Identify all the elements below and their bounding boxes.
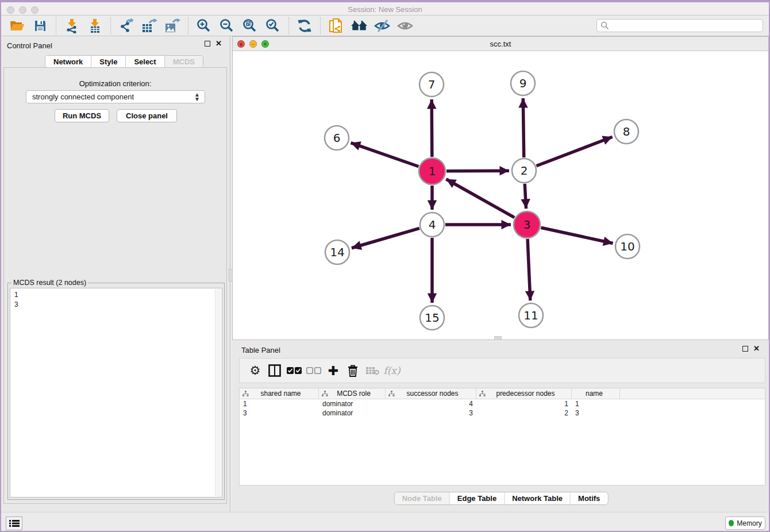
graph-node-15[interactable]: 15 (420, 306, 444, 330)
cell-predecessor-nodes: 1 (476, 399, 572, 408)
zoom-fit-icon (242, 18, 257, 33)
run-mcds-button[interactable]: Run MCDS (55, 109, 109, 122)
column-type-icon (242, 391, 249, 397)
graph-node-11[interactable]: 11 (519, 303, 543, 327)
zoom-out-button[interactable] (218, 17, 236, 34)
zoom-selected-button[interactable] (264, 17, 282, 34)
import-table-icon (88, 18, 102, 33)
export-table-button[interactable] (141, 17, 158, 34)
column-header-predecessor-nodes[interactable]: predecessor nodes (476, 388, 572, 399)
delete-column-button[interactable] (343, 361, 363, 380)
graph-node-label: 1 (429, 164, 436, 178)
toolbar-separator (320, 17, 321, 34)
merge-networks-button[interactable] (351, 17, 368, 34)
search-field[interactable] (596, 19, 763, 32)
network-window-titlebar[interactable]: x − + scc.txt (233, 37, 768, 51)
network-canvas[interactable]: 7968124314101511 (233, 51, 768, 340)
zoom-fit-button[interactable] (241, 17, 259, 34)
import-network-button[interactable] (63, 17, 80, 34)
graph-node-label: 11 (523, 309, 538, 322)
graph-node-label: 8 (623, 125, 630, 138)
tab-network[interactable]: Network (45, 56, 91, 67)
select-all-columns-button[interactable] (284, 361, 304, 380)
panel-divider-grip-horizontal[interactable] (494, 336, 502, 340)
graph-edge-1-2[interactable] (446, 171, 509, 171)
save-session-button[interactable] (32, 17, 49, 34)
graph-node-1[interactable]: 1 (419, 158, 445, 184)
tab-mcds[interactable]: MCDS (165, 56, 203, 67)
table-panel: Table Panel ✕ ⚙ ✚ f(x) shared name (232, 342, 770, 512)
table-row[interactable]: 1 dominator 4 1 1 (240, 399, 765, 408)
graph-edge-3-11[interactable] (528, 239, 530, 300)
graph-node-4[interactable]: 4 (420, 213, 444, 237)
graph-node-3[interactable]: 3 (514, 211, 540, 238)
graph-edge-2-3[interactable] (525, 184, 526, 209)
graph-edge-4-14[interactable] (352, 228, 419, 248)
close-table-panel-button[interactable]: ✕ (753, 346, 760, 352)
tab-edge-table[interactable]: Edge Table (450, 492, 505, 504)
table-row[interactable]: 3 dominator 3 2 3 (240, 408, 765, 418)
import-table-button[interactable] (86, 17, 103, 34)
control-panel-title: Control Panel (7, 41, 52, 50)
table-settings-button[interactable]: ⚙ (245, 361, 265, 380)
graph-edge-3-1[interactable] (446, 179, 514, 218)
column-type-icon (479, 391, 486, 397)
graph-edge-2-8[interactable] (536, 137, 612, 166)
deselect-all-columns-button[interactable] (304, 361, 324, 380)
result-scrollbar[interactable] (215, 289, 221, 496)
table-tabs-strip: Node Table Edge Table Network Table Moti… (232, 490, 770, 507)
save-icon (34, 20, 47, 32)
column-header-successor-nodes[interactable]: successor nodes (386, 388, 476, 399)
export-network-button[interactable] (118, 17, 135, 34)
graph-node-14[interactable]: 14 (325, 240, 349, 264)
zoom-in-button[interactable] (195, 17, 213, 34)
column-type-icon (322, 391, 328, 397)
memory-button[interactable]: Memory (725, 516, 765, 530)
tab-node-table[interactable]: Node Table (395, 492, 450, 504)
add-column-button[interactable]: ✚ (324, 361, 343, 380)
apply-layout-button[interactable] (296, 17, 313, 34)
graph-node-6[interactable]: 6 (325, 126, 349, 150)
column-header-name[interactable]: name (572, 388, 620, 399)
column-header-mcds-role[interactable]: MCDS role (319, 388, 386, 399)
column-header-shared-name[interactable]: shared name (240, 388, 319, 399)
cell-name: 3 (572, 408, 620, 418)
cell-shared-name: 3 (240, 408, 319, 418)
optimization-criterion-select[interactable]: strongly connected component ▲▼ (26, 90, 205, 103)
tab-style[interactable]: Style (91, 56, 126, 67)
close-panel-button[interactable]: Close panel (117, 109, 177, 122)
function-builder-button[interactable]: f(x) (382, 361, 402, 380)
mcds-result-box[interactable]: 1 3 (10, 288, 222, 498)
result-line: 1 (14, 290, 222, 300)
tab-network-table[interactable]: Network Table (505, 492, 571, 504)
panel-divider-grip-vertical[interactable] (229, 269, 233, 282)
main-titlebar: Session: New Session (0, 2, 770, 16)
column-type-icon (388, 391, 395, 397)
graph-node-8[interactable]: 8 (614, 119, 638, 144)
split-columns-button[interactable] (265, 361, 284, 380)
search-input[interactable] (609, 20, 763, 31)
float-panel-button[interactable] (205, 41, 210, 47)
graph-node-9[interactable]: 9 (511, 71, 535, 95)
close-panel-icon-button[interactable]: ✕ (215, 41, 222, 47)
graph-edge-1-7[interactable] (432, 99, 432, 157)
graph-edge-3-10[interactable] (541, 228, 613, 243)
show-all-button[interactable] (396, 17, 414, 34)
task-history-button[interactable] (6, 516, 22, 530)
graph-edge-1-6[interactable] (351, 143, 419, 167)
tab-select[interactable]: Select (126, 56, 164, 67)
float-table-panel-button[interactable] (742, 346, 748, 352)
graph-edge-2-9[interactable] (523, 98, 523, 157)
delete-table-button[interactable] (363, 361, 382, 380)
export-image-button[interactable] (164, 17, 181, 34)
hide-selected-button[interactable] (374, 17, 391, 34)
toolbar-separator (56, 17, 56, 34)
tab-motifs[interactable]: Motifs (571, 492, 607, 504)
open-session-button[interactable] (9, 17, 26, 34)
graph-node-2[interactable]: 2 (512, 159, 536, 183)
mcds-tab-pane: Optimization criterion: strongly connect… (3, 67, 227, 504)
graph-node-10[interactable]: 10 (615, 234, 640, 259)
duplicate-network-button[interactable] (328, 17, 345, 34)
graph-node-7[interactable]: 7 (419, 72, 444, 97)
network-graph: 7968124314101511 (233, 51, 768, 340)
